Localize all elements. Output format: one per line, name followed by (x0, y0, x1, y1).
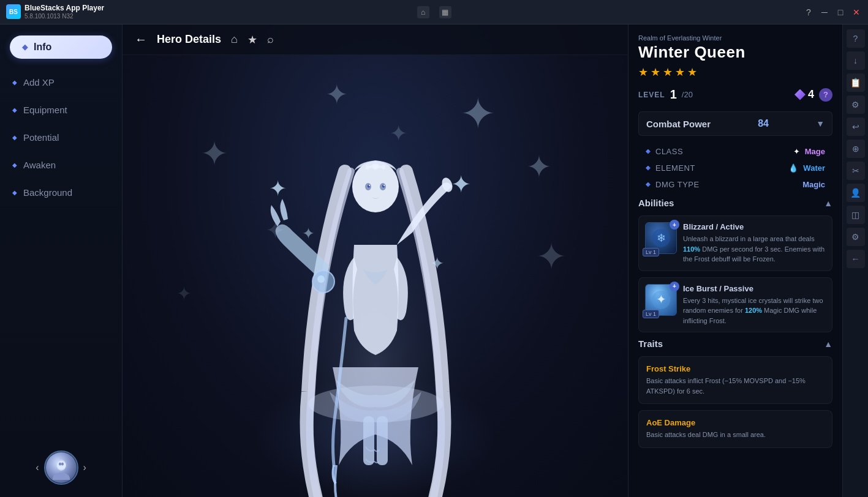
combat-power-value: 84 (758, 118, 769, 129)
question-badge[interactable]: ? (819, 88, 832, 102)
abilities-title: Abilities (638, 198, 674, 208)
hero-stars: ★ ★ ★ ★ ★ (638, 65, 832, 79)
star-1: ★ (638, 65, 648, 79)
ability-plus-icon: + (670, 282, 679, 291)
edge-layout-btn[interactable]: ◫ (847, 206, 865, 224)
edge-back-btn[interactable]: ↩ (847, 118, 865, 136)
star-3: ★ (663, 65, 673, 79)
sidebar-item-awaken[interactable]: ◆ Awaken (0, 151, 122, 179)
edge-clipboard-btn[interactable]: 📋 (847, 73, 865, 92)
sidebar-item-info[interactable]: ◆ Info (10, 36, 112, 59)
abilities-collapse-btn[interactable]: ▲ (824, 198, 832, 208)
diamond-icon: ◆ (12, 79, 17, 86)
diamond-icon: ◆ (12, 162, 17, 168)
sidebar-item-equipment[interactable]: ◆ Equipment (0, 96, 122, 124)
avatar-image (46, 452, 77, 483)
stat-element-value: Water (803, 163, 825, 173)
diamond-icon: ◆ (12, 189, 17, 196)
help-button[interactable]: ? (803, 7, 814, 18)
gem-number: 4 (808, 88, 814, 101)
level-value: 1 (670, 88, 677, 102)
edge-cut-btn[interactable]: ✂ (847, 162, 865, 180)
titlebar-grid-btn[interactable]: ▦ (439, 6, 451, 18)
frost-strike-desc: Basic attacks inflict Frost (−15% MOVSPD… (646, 376, 825, 396)
sidebar-item-background[interactable]: ◆ Background (0, 179, 122, 206)
hero-name: Winter Queen (638, 43, 832, 62)
hero-area: ← Hero Details ⌂ ★ ⌕ ✦ ✦ ✦ ✦ ✦ ✦ ✦ ✦ (123, 24, 628, 497)
frost-strike-name: Frost Strike (646, 364, 825, 373)
blizzard-icon-wrap: ❄ + Lv 1 (645, 222, 677, 254)
ability-level-badge: Lv 1 (643, 310, 659, 318)
edge-help-btn[interactable]: ? (847, 29, 865, 48)
star-4: ★ (675, 65, 685, 79)
star-2: ★ (651, 65, 660, 79)
level-row: LEVEL 1 /20 4 ? (638, 88, 832, 102)
star-5: ★ (687, 65, 697, 79)
edge-settings-btn[interactable]: ⚙ (847, 95, 865, 114)
svg-point-27 (317, 275, 325, 283)
traits-collapse-btn[interactable]: ▲ (824, 339, 832, 349)
sidebar-item-potential[interactable]: ◆ Potential (0, 124, 122, 151)
stat-diamond-icon (646, 149, 651, 154)
page-title: Hero Details (157, 33, 221, 46)
search-button[interactable]: ⌕ (267, 33, 274, 46)
sidebar-label-background: Background (23, 187, 72, 198)
aoe-damage-name: AoE Damage (646, 418, 825, 427)
gem-icon (794, 89, 806, 100)
sidebar-label-equipment: Equipment (23, 105, 67, 115)
minimize-button[interactable]: ─ (819, 7, 830, 18)
svg-point-1 (53, 473, 70, 480)
home-button[interactable]: ⌂ (231, 33, 238, 46)
ice-burst-desc: Every 3 hits, mystical ice crystals will… (683, 296, 826, 326)
titlebar-center-buttons: ⌂ ▦ (417, 6, 451, 18)
mage-icon: ✦ (793, 147, 800, 156)
nav-bar: ← Hero Details ⌂ ★ ⌕ (123, 24, 628, 55)
right-panel: Realm of Everlasting Winter Winter Queen… (628, 24, 842, 497)
close-button[interactable]: ✕ (851, 7, 862, 18)
ability-ice-burst[interactable]: ✦ + Lv 1 Ice Burst / Passive Every 3 hit… (638, 277, 832, 333)
ice-burst-highlight: 120% (745, 307, 762, 314)
edge-user-btn[interactable]: 👤 (847, 184, 865, 202)
hero-character: ✦ ✦ ✦ ✦ (123, 55, 628, 497)
avatar-container: ‹ › (0, 450, 122, 485)
sidebar-item-add-xp[interactable]: ◆ Add XP (0, 69, 122, 96)
app-logo: BS BlueStacks App Player 5.8.100.1013 N3… (6, 4, 104, 20)
favorite-button[interactable]: ★ (247, 33, 257, 47)
combat-power-chevron[interactable]: ▼ (816, 119, 825, 129)
combat-power-label: Combat Power (646, 119, 711, 129)
sidebar-label-awaken: Awaken (23, 160, 56, 170)
diamond-icon: ◆ (12, 106, 17, 113)
svg-text:✦: ✦ (656, 293, 666, 306)
sidebar: ◆ Info ◆ Add XP ◆ Equipment ◆ Potential … (0, 24, 123, 497)
svg-point-3 (59, 463, 61, 466)
svg-rect-32 (363, 416, 374, 465)
stat-diamond-icon (646, 182, 651, 187)
maximize-button[interactable]: □ (835, 7, 846, 18)
avatar-next-button[interactable]: › (83, 462, 86, 473)
stat-dmg-value: Magic (802, 180, 825, 189)
main-container: ◆ Info ◆ Add XP ◆ Equipment ◆ Potential … (0, 24, 868, 497)
blizzard-desc: Unleash a blizzard in a large area that … (683, 234, 826, 264)
title-bar: BS BlueStacks App Player 5.8.100.1013 N3… (0, 0, 868, 24)
svg-point-24 (368, 185, 369, 186)
titlebar-home-btn[interactable]: ⌂ (417, 6, 429, 18)
ability-plus-icon: + (670, 220, 679, 230)
app-icon: BS (6, 4, 21, 19)
back-button[interactable]: ← (135, 32, 147, 47)
hero-subtitle: Realm of Everlasting Winter (638, 34, 832, 42)
traits-section-header: Traits ▲ (638, 338, 832, 349)
stat-dmg-label: DMG TYPE (655, 180, 798, 189)
trait-aoe-damage: AoE Damage Basic attacks deal DMG in a s… (638, 410, 832, 448)
trait-frost-strike: Frost Strike Basic attacks inflict Frost… (638, 356, 832, 404)
ability-blizzard[interactable]: ❄ + Lv 1 Blizzard / Active Unleash a bli… (638, 215, 832, 271)
svg-text:✦: ✦ (429, 254, 443, 273)
edge-arrow-btn[interactable]: ← (847, 250, 865, 268)
avatar-prev-button[interactable]: ‹ (36, 462, 39, 473)
edge-download-btn[interactable]: ↓ (847, 51, 865, 70)
svg-text:✦: ✦ (301, 225, 314, 242)
edge-config-btn[interactable]: ⚙ (847, 228, 865, 246)
diamond-icon: ◆ (12, 134, 17, 141)
edge-add-btn[interactable]: ⊕ (847, 140, 865, 158)
svg-point-4 (61, 463, 64, 466)
stat-element: ELEMENT 💧 Water (638, 160, 832, 176)
